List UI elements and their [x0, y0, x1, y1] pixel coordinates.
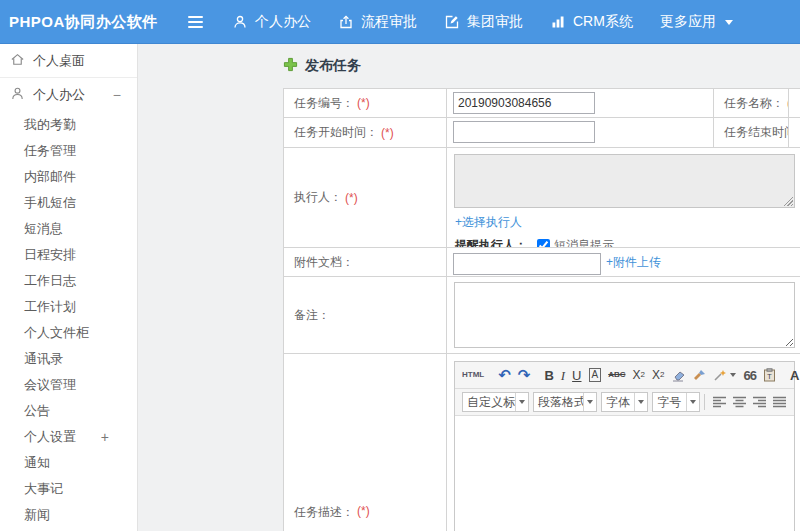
editor-content-area[interactable] [455, 416, 794, 531]
page-title-text: 发布任务 [305, 57, 361, 75]
sidebar-item-meeting-management[interactable]: 会议管理 [0, 372, 137, 398]
sidebar-item-label: 任务管理 [24, 143, 76, 158]
sidebar-item-work-plan[interactable]: 工作计划 [0, 294, 137, 320]
description-label: 任务描述： (*) [284, 354, 447, 531]
remark-cell [447, 277, 800, 354]
required-mark: (*) [357, 504, 370, 518]
nav-item-label: 集团审批 [467, 13, 523, 31]
home-icon [10, 52, 25, 70]
sidebar-item-label: 日程安排 [24, 247, 76, 262]
custom-title-dropdown[interactable]: 自定义标题 [462, 392, 529, 412]
attachment-cell: +附件上传 [447, 248, 800, 277]
sidebar-item-label: 大事记 [24, 481, 63, 496]
choose-executor-link[interactable]: +选择执行人 [455, 214, 522, 231]
editor-toolbar-row2: 自定义标题 段落格式 字体 字号 [455, 389, 794, 416]
sidebar-item-label: 个人设置 [24, 429, 76, 444]
sidebar-item-attendance[interactable]: 我的考勤 [0, 112, 137, 138]
collapse-minus-icon[interactable]: − [113, 78, 121, 112]
sidebar-item-personal-settings[interactable]: 个人设置 + [0, 424, 137, 450]
required-mark: (*) [345, 191, 358, 205]
end-time-cell [789, 118, 800, 148]
sidebar-item-task-management[interactable]: 任务管理 [0, 138, 137, 164]
paste-icon[interactable]: T [763, 368, 776, 382]
font-size-dropdown[interactable]: 字号 [652, 392, 700, 412]
align-left-icon[interactable] [712, 396, 727, 408]
executor-textarea[interactable] [454, 154, 795, 208]
underline-button[interactable]: U [572, 369, 581, 382]
sidebar-item-events[interactable]: 大事记 [0, 476, 137, 502]
bold-button[interactable]: B [544, 369, 553, 382]
font-style-button[interactable]: A [589, 368, 602, 382]
nav-item-crm-system[interactable]: CRM系统 [550, 13, 633, 31]
sms-remind-label: 短消息提示 [554, 237, 614, 248]
attachment-upload-link[interactable]: +附件上传 [606, 254, 661, 271]
eraser-icon[interactable] [671, 369, 685, 382]
redo-icon[interactable]: ↷ [518, 368, 531, 383]
task-name-cell [789, 89, 800, 118]
sidebar-item-label: 工作日志 [24, 273, 76, 288]
sidebar-item-news[interactable]: 新闻 [0, 502, 137, 528]
sidebar-item-desktop[interactable]: 个人桌面 [0, 44, 137, 78]
task-number-input[interactable] [453, 92, 595, 114]
italic-button[interactable]: I [561, 369, 565, 382]
sidebar-item-label: 通讯录 [24, 351, 63, 366]
task-number-label: 任务编号： (*) [284, 89, 447, 118]
remind-executor-label: 提醒执行人： [455, 237, 527, 248]
expand-plus-icon[interactable]: + [101, 424, 109, 450]
remark-textarea[interactable] [454, 282, 795, 348]
sidebar-item-mobile-sms[interactable]: 手机短信 [0, 190, 137, 216]
menu-toggle-icon[interactable] [186, 12, 205, 32]
nav-item-group-approval[interactable]: 集团审批 [444, 13, 523, 31]
undo-icon[interactable]: ↶ [498, 368, 511, 383]
sidebar-item-schedule[interactable]: 日程安排 [0, 242, 137, 268]
sidebar-item-label: 工作计划 [24, 299, 76, 314]
nav-item-workflow-approval[interactable]: 流程审批 [338, 13, 417, 31]
paragraph-format-dropdown[interactable]: 段落格式 [533, 392, 597, 412]
html-source-button[interactable]: HTML [462, 371, 484, 379]
task-form: 任务编号： (*) 任务名称： (*) 任务开始时间： (*) 任务结束时间： … [283, 88, 800, 531]
align-center-icon[interactable] [732, 396, 747, 408]
sidebar-item-contacts[interactable]: 通讯录 [0, 346, 137, 372]
caret-down-icon [583, 393, 596, 411]
sidebar-item-label: 新闻 [24, 507, 50, 522]
toolbar-separator [704, 394, 705, 410]
align-justify-icon[interactable] [772, 396, 787, 408]
sidebar-item-work-log[interactable]: 工作日志 [0, 268, 137, 294]
strikethrough-button[interactable]: ABC [608, 371, 625, 379]
sms-remind-checkbox[interactable] [537, 239, 550, 248]
sidebar-item-label: 个人桌面 [33, 52, 85, 70]
nav-item-personal-office[interactable]: 个人办公 [232, 13, 311, 31]
attachment-input[interactable] [453, 253, 601, 275]
start-time-input[interactable] [453, 121, 595, 143]
executor-cell: +选择执行人 提醒执行人： 短消息提示 [447, 148, 800, 248]
resize-handle[interactable] [784, 197, 793, 206]
share-up-icon [338, 14, 354, 30]
sidebar-item-notice[interactable]: 通知 [0, 450, 137, 476]
end-time-label: 任务结束时间： (*) [714, 118, 789, 148]
subscript-button[interactable]: X2 [652, 369, 664, 381]
blockquote-button[interactable]: 66 [743, 369, 755, 382]
sidebar-item-short-message[interactable]: 短消息 [0, 216, 137, 242]
edit-square-icon [444, 14, 460, 30]
user-icon [232, 14, 248, 30]
sidebar-item-personal-office[interactable]: 个人办公 − [0, 78, 137, 112]
nav-item-label: 更多应用 [660, 13, 716, 31]
brush-icon[interactable] [692, 369, 706, 382]
topbar: PHPOA协同办公软件 个人办公 流程审批 [0, 0, 800, 44]
sidebar-item-internal-mail[interactable]: 内部邮件 [0, 164, 137, 190]
remind-row: 提醒执行人： 短消息提示 [455, 237, 800, 248]
align-right-icon[interactable] [752, 396, 767, 408]
font-family-dropdown[interactable]: 字体 [601, 392, 648, 412]
sidebar-item-announcement[interactable]: 公告 [0, 398, 137, 424]
rich-text-editor: HTML ↶ ↷ B I U A ABC X2 X2 [454, 361, 795, 531]
attachment-label: 附件文档： [284, 248, 447, 277]
sidebar-item-label: 个人文件柜 [24, 325, 89, 340]
magic-wand-icon[interactable] [713, 369, 736, 382]
description-cell: HTML ↶ ↷ B I U A ABC X2 X2 [447, 354, 800, 531]
nav-item-more-apps[interactable]: 更多应用 [660, 13, 733, 31]
superscript-button[interactable]: X2 [633, 369, 645, 381]
sidebar-item-file-cabinet[interactable]: 个人文件柜 [0, 320, 137, 346]
font-color-button[interactable]: A [790, 369, 800, 382]
sidebar: 个人桌面 个人办公 − 我的考勤 任务管理 内部邮件 手机短信 短消息 日程安排… [0, 44, 138, 531]
nav-item-label: CRM系统 [573, 13, 633, 31]
